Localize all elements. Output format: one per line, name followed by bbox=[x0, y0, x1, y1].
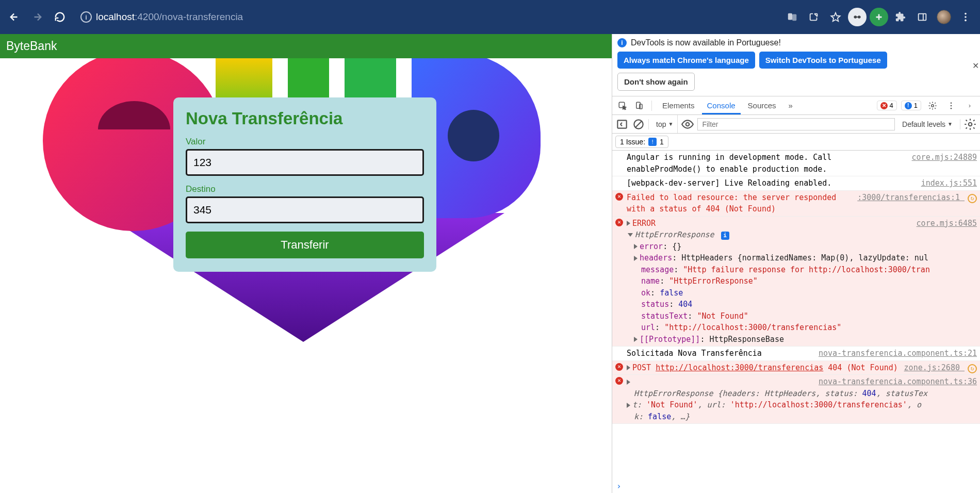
error-icon: ✕ bbox=[615, 219, 623, 226]
browser-toolbar: i localhost:4200/nova-transferencia bbox=[0, 0, 980, 34]
devtools-menu-icon[interactable] bbox=[944, 98, 958, 113]
console-sidebar-icon[interactable] bbox=[615, 118, 629, 131]
translate-icon[interactable] bbox=[783, 8, 802, 26]
log-entry[interactable]: [webpack-dev-server] Live Reloading enab… bbox=[612, 176, 980, 191]
source-link[interactable]: core.mjs:6485 bbox=[917, 218, 977, 229]
url-port: :4200 bbox=[135, 11, 159, 22]
log-entry-error[interactable]: ✕ POST http://localhost:3000/transferenc… bbox=[612, 361, 980, 375]
app-header: ByteBank bbox=[0, 34, 612, 58]
retry-icon[interactable]: ↻ bbox=[968, 194, 977, 203]
tab-more[interactable]: » bbox=[783, 96, 798, 114]
chrome-menu-icon[interactable] bbox=[956, 8, 975, 26]
url-host: localhost bbox=[96, 11, 135, 22]
console-toolbar: top ▼ Default levels ▼ bbox=[612, 115, 980, 134]
address-bar[interactable]: i localhost:4200/nova-transferencia bbox=[73, 7, 774, 27]
tab-console[interactable]: Console bbox=[702, 96, 741, 114]
destino-input[interactable] bbox=[186, 196, 424, 223]
device-icon[interactable] bbox=[632, 98, 646, 113]
svg-point-21 bbox=[951, 105, 952, 106]
side-panel-icon[interactable] bbox=[913, 8, 932, 26]
infobar-close-icon[interactable]: ✕ bbox=[972, 61, 979, 71]
tab-sources[interactable]: Sources bbox=[743, 96, 781, 114]
back-button[interactable] bbox=[5, 8, 24, 26]
context-selector[interactable]: top ▼ bbox=[652, 115, 678, 133]
valor-label: Valor bbox=[186, 137, 424, 147]
switch-language-button[interactable]: Switch DevTools to Portuguese bbox=[759, 52, 887, 69]
app-title: ByteBank bbox=[6, 39, 57, 53]
svg-point-26 bbox=[969, 122, 972, 126]
svg-rect-1 bbox=[792, 14, 796, 21]
site-info-icon[interactable]: i bbox=[80, 11, 92, 23]
svg-rect-5 bbox=[919, 14, 926, 21]
log-entry-error-expanded[interactable]: ✕ nova-transferencia.component.ts:36 Htt… bbox=[612, 375, 980, 424]
console-input[interactable]: › bbox=[612, 479, 980, 493]
console-filter-input[interactable] bbox=[697, 118, 895, 130]
source-link[interactable]: core.mjs:24889 bbox=[907, 152, 977, 175]
valor-input[interactable] bbox=[186, 149, 424, 176]
page-viewport: ByteBank Nova Tran bbox=[0, 34, 612, 493]
errors-badge[interactable]: ✕4 bbox=[877, 101, 897, 110]
destino-label: Destino bbox=[186, 184, 424, 194]
close-devtools-icon[interactable]: › bbox=[962, 98, 977, 113]
devtools-tabbar: Elements Console Sources » ✕4 !1 › bbox=[612, 96, 980, 115]
reload-button[interactable] bbox=[51, 8, 69, 26]
log-entry-error[interactable]: ✕ Failed to load resource: the server re… bbox=[612, 191, 980, 217]
svg-point-8 bbox=[965, 20, 967, 22]
transferir-button[interactable]: Transferir bbox=[186, 232, 424, 258]
info-pill-icon[interactable]: i bbox=[721, 232, 729, 240]
infobar-text: DevTools is now available in Portuguese! bbox=[631, 38, 781, 47]
svg-point-22 bbox=[951, 107, 952, 109]
transfer-card: Nova Transferência Valor Destino Transfe… bbox=[173, 97, 436, 272]
log-levels-selector[interactable]: Default levels ▼ bbox=[898, 120, 957, 128]
source-link[interactable]: :3000/transferencias:1 ↻ bbox=[852, 192, 977, 215]
issues-badge[interactable]: !1 bbox=[901, 101, 921, 110]
forward-button[interactable] bbox=[28, 8, 46, 26]
source-link[interactable]: index.js:551 bbox=[916, 177, 977, 189]
error-icon: ✕ bbox=[615, 377, 623, 385]
error-icon: ✕ bbox=[615, 363, 623, 371]
source-link[interactable]: nova-transferencia.component.ts:21 bbox=[813, 348, 977, 359]
log-entry[interactable]: Angular is running in development mode. … bbox=[612, 151, 980, 176]
svg-point-19 bbox=[932, 104, 934, 107]
svg-rect-23 bbox=[617, 120, 626, 128]
console-log-area[interactable]: Angular is running in development mode. … bbox=[612, 151, 980, 479]
card-title: Nova Transferência bbox=[186, 109, 424, 128]
devtools-infobar: i DevTools is now available in Portugues… bbox=[612, 34, 980, 96]
svg-point-15 bbox=[448, 110, 499, 161]
svg-point-7 bbox=[965, 16, 967, 18]
log-entry-error-expanded[interactable]: ✕ core.mjs:6485 ERROR HttpErrorResponse … bbox=[612, 217, 980, 347]
url-path: /nova-transferencia bbox=[159, 11, 243, 22]
info-icon: i bbox=[617, 38, 627, 47]
extension-plus-icon[interactable] bbox=[870, 8, 888, 26]
tab-elements[interactable]: Elements bbox=[657, 96, 700, 114]
clear-console-icon[interactable] bbox=[632, 118, 645, 131]
svg-point-20 bbox=[951, 102, 952, 104]
svg-rect-0 bbox=[788, 13, 792, 20]
chrome-actions bbox=[778, 8, 975, 26]
source-link[interactable]: nova-transferencia.component.ts:36 bbox=[819, 376, 977, 388]
console-settings-icon[interactable] bbox=[963, 118, 977, 131]
dont-show-button[interactable]: Don't show again bbox=[617, 73, 695, 91]
always-match-button[interactable]: Always match Chrome's language bbox=[617, 52, 755, 69]
inspect-icon[interactable] bbox=[615, 98, 630, 113]
issues-bar: 1 Issue: ! 1 bbox=[612, 134, 980, 151]
source-link[interactable]: zone.js:2680 ↻ bbox=[899, 362, 977, 374]
extension-minion-icon[interactable] bbox=[848, 8, 867, 26]
settings-icon[interactable] bbox=[925, 98, 940, 113]
extensions-icon[interactable] bbox=[891, 8, 910, 26]
issues-chip[interactable]: 1 Issue: ! 1 bbox=[615, 136, 668, 148]
profile-avatar[interactable] bbox=[935, 8, 953, 26]
error-icon: ✕ bbox=[615, 193, 623, 201]
share-icon[interactable] bbox=[805, 8, 823, 26]
devtools-panel: i DevTools is now available in Portugues… bbox=[612, 34, 980, 493]
live-expression-icon[interactable] bbox=[681, 118, 694, 131]
retry-icon[interactable]: ↻ bbox=[968, 364, 977, 373]
svg-rect-4 bbox=[854, 17, 861, 18]
svg-point-25 bbox=[686, 122, 690, 126]
svg-point-6 bbox=[965, 13, 967, 15]
bookmark-icon[interactable] bbox=[826, 8, 845, 26]
log-entry[interactable]: Solicitada Nova Transferência nova-trans… bbox=[612, 347, 980, 361]
